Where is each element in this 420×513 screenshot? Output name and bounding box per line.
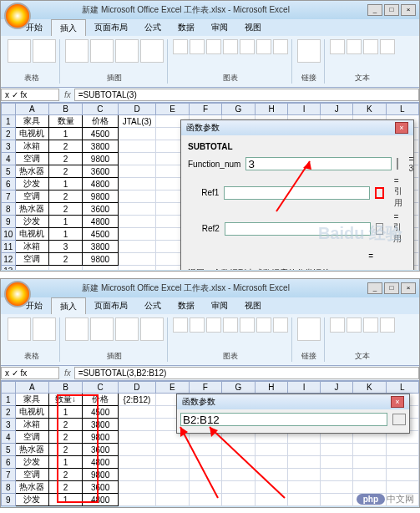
cell[interactable]: 3600 xyxy=(83,481,119,494)
cell[interactable]: 冰箱 xyxy=(15,241,48,253)
col-header[interactable]: I xyxy=(288,104,321,115)
range-picker-icon[interactable] xyxy=(376,223,384,235)
cell[interactable] xyxy=(386,469,418,481)
cell[interactable] xyxy=(320,481,352,494)
close-button[interactable]: × xyxy=(401,282,416,294)
cell[interactable] xyxy=(118,431,155,444)
range-picker-icon[interactable] xyxy=(375,187,383,199)
fx-icon[interactable]: fx xyxy=(61,90,74,99)
tab-formulas[interactable]: 公式 xyxy=(136,19,170,36)
row-header[interactable]: 3 xyxy=(2,140,16,153)
cell[interactable]: 4800 xyxy=(83,456,119,469)
tab-review[interactable]: 审阅 xyxy=(203,19,236,36)
function-num-input[interactable] xyxy=(245,157,392,170)
cell[interactable]: 1 xyxy=(48,216,82,228)
cell[interactable] xyxy=(155,506,189,507)
cell[interactable]: {2:B12) xyxy=(118,394,155,406)
bar-chart-icon[interactable] xyxy=(223,39,238,54)
cell[interactable]: 空调 xyxy=(15,190,48,203)
cell[interactable] xyxy=(118,266,155,271)
hyperlink-icon[interactable] xyxy=(297,317,321,341)
tab-data[interactable]: 数据 xyxy=(170,19,203,36)
shapes-icon[interactable] xyxy=(115,317,139,341)
cell[interactable]: 1 xyxy=(48,128,82,140)
cell[interactable] xyxy=(288,456,321,469)
row-header[interactable]: 12 xyxy=(2,253,16,266)
col-header[interactable]: L xyxy=(386,382,418,394)
cell[interactable] xyxy=(320,456,352,469)
cell[interactable] xyxy=(118,494,155,506)
row-header[interactable]: 2 xyxy=(2,406,16,419)
row-header[interactable]: 8 xyxy=(2,203,16,216)
row-header[interactable]: 11 xyxy=(2,241,16,253)
cell[interactable] xyxy=(83,266,119,271)
table-icon[interactable] xyxy=(33,39,56,63)
wordart-icon[interactable] xyxy=(363,317,378,333)
row-header[interactable]: 4 xyxy=(2,153,16,165)
row-header[interactable]: 2 xyxy=(2,128,16,140)
cell[interactable] xyxy=(255,506,288,507)
col-header[interactable]: K xyxy=(353,104,386,115)
cell[interactable] xyxy=(288,469,321,481)
cell[interactable]: 2 xyxy=(48,203,82,216)
maximize-button[interactable]: □ xyxy=(384,4,399,16)
cell[interactable] xyxy=(353,506,387,507)
cell[interactable] xyxy=(118,481,155,494)
row-header[interactable]: 10 xyxy=(2,228,16,241)
cell[interactable]: 家具 xyxy=(15,115,48,128)
cell[interactable]: 9800 xyxy=(83,190,119,203)
cell[interactable]: 1 xyxy=(48,494,82,506)
cell[interactable]: 4800 xyxy=(83,178,119,190)
cell[interactable] xyxy=(118,178,155,190)
cell[interactable] xyxy=(118,506,155,507)
cell[interactable] xyxy=(118,203,155,216)
cell[interactable]: 9800 xyxy=(83,431,119,444)
cell[interactable] xyxy=(288,506,321,507)
cell[interactable] xyxy=(48,266,82,271)
cell[interactable]: 3800 xyxy=(83,140,119,153)
cell[interactable]: 电视机 xyxy=(15,406,48,419)
cell[interactable] xyxy=(320,506,352,507)
tab-insert[interactable]: 插入 xyxy=(51,19,86,36)
formula-input[interactable]: =SUBTOTAL(3) xyxy=(74,89,419,101)
cell[interactable]: 1 xyxy=(48,406,82,419)
scatter-chart-icon[interactable] xyxy=(256,317,271,333)
col-header[interactable]: D xyxy=(118,104,155,115)
tab-insert[interactable]: 插入 xyxy=(51,297,86,314)
tab-view[interactable]: 视图 xyxy=(236,19,270,36)
cell[interactable]: 4500 xyxy=(83,228,119,241)
minimize-button[interactable]: _ xyxy=(367,4,382,16)
cell[interactable]: JTAL(3) xyxy=(118,115,155,128)
cell[interactable]: 价格 xyxy=(83,394,119,406)
col-header[interactable]: F xyxy=(189,104,221,115)
cell[interactable]: 4800 xyxy=(83,494,119,506)
cell[interactable]: 2 xyxy=(48,419,82,431)
cell[interactable] xyxy=(118,456,155,469)
cell[interactable]: 2 xyxy=(48,444,82,456)
office-button[interactable] xyxy=(4,3,31,29)
cell[interactable] xyxy=(189,444,221,456)
bar-chart-icon[interactable] xyxy=(223,317,238,333)
cell[interactable] xyxy=(189,481,221,494)
cell[interactable]: 4500 xyxy=(83,406,119,419)
ref1-input[interactable] xyxy=(224,186,370,200)
hyperlink-icon[interactable] xyxy=(297,39,321,63)
col-header[interactable]: A xyxy=(15,104,48,115)
cell[interactable]: 数量 xyxy=(48,115,82,128)
cell[interactable] xyxy=(288,494,321,506)
line-chart-icon[interactable] xyxy=(190,317,205,333)
tab-data[interactable]: 数据 xyxy=(170,297,203,314)
header-footer-icon[interactable] xyxy=(347,317,362,333)
cell[interactable]: 冰箱 xyxy=(15,140,48,153)
cell[interactable]: 2 xyxy=(48,165,82,178)
col-header[interactable]: C xyxy=(83,104,119,115)
range-picker-icon[interactable] xyxy=(392,414,406,425)
clipart-icon[interactable] xyxy=(90,317,114,341)
cell[interactable]: 空调 xyxy=(15,153,48,165)
cell[interactable]: 3800 xyxy=(83,241,119,253)
cell[interactable] xyxy=(221,469,255,481)
cell[interactable] xyxy=(155,481,189,494)
cell[interactable] xyxy=(118,419,155,431)
cell[interactable]: 冰箱 xyxy=(15,419,48,431)
textbox-icon[interactable] xyxy=(330,317,345,333)
